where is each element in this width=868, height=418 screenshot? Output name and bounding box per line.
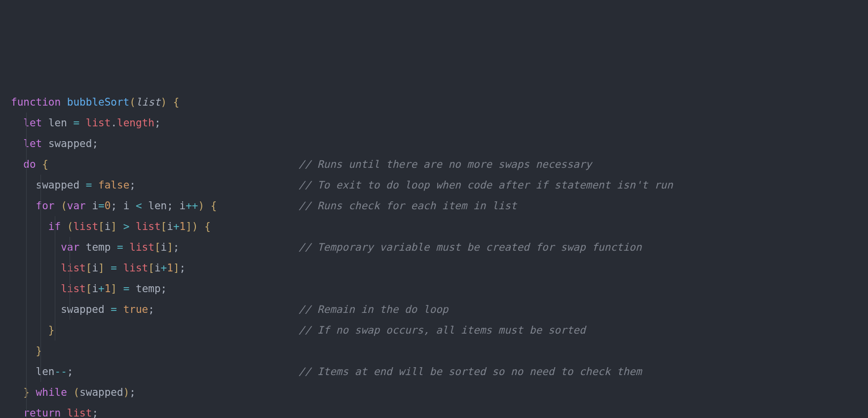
token: len [48,117,67,129]
code-line[interactable]: list[i+1] = temp; [11,278,868,299]
indent-guide [55,237,55,258]
token: list [61,262,86,274]
token [129,221,136,232]
token: ] [111,221,117,232]
indent-guide [26,175,27,195]
token: len [36,366,55,378]
token: length [117,117,154,129]
code-editor[interactable]: function bubbleSort(list) { let len = li… [11,92,868,418]
indent-guide [26,382,27,403]
code-comment: // Runs until there are no more swaps ne… [299,154,592,175]
token: true [123,304,149,315]
indent-guide [26,361,27,382]
token [55,200,61,212]
token: ) [198,200,205,212]
token [79,241,86,253]
code-line[interactable]: return list; [11,403,868,418]
code-comment: // If no swap occurs, all items must be … [299,320,586,341]
token: i [92,283,98,295]
token [142,200,149,212]
token [67,386,74,398]
token: i [167,221,173,232]
indent-guide [55,299,55,320]
code-line[interactable]: do {// Runs until there are no more swap… [11,154,868,175]
indent-guide [26,216,27,237]
token [129,200,136,212]
token: ) [192,221,198,232]
token: + [161,262,167,274]
token: ; [129,179,136,191]
token: > [123,221,130,232]
token [129,283,136,295]
code-line[interactable]: let len = list.length; [11,113,868,133]
code-line[interactable]: } [11,341,868,361]
token: swapped [48,138,92,150]
code-line[interactable]: for (var i=0; i < len; i++) {// Runs che… [11,195,868,216]
token: 0 [105,200,111,212]
indent-guide [40,361,41,382]
code-line[interactable]: if (list[i] > list[i+1]) { [11,216,868,237]
indent-guide [70,299,70,320]
token: ( [73,386,79,398]
indent-guide [70,278,70,299]
code-content: list[i] = list[i+1]; [11,262,186,274]
token: ; [167,200,179,212]
token: list [123,262,149,274]
code-comment: // Runs check for each item in list [299,195,517,216]
token: ) [123,386,130,398]
token: + [98,283,105,295]
token [86,200,92,212]
indent-guide [40,320,41,341]
token [117,262,123,274]
token [36,158,42,170]
indent-guide [26,195,27,216]
indent-guide [40,216,41,237]
code-content: var temp = list[i]; [11,241,180,253]
token: list [136,96,161,108]
token: i [154,262,161,274]
token [79,179,86,191]
code-content: return list; [11,407,98,418]
code-line[interactable]: } while (swapped); [11,382,868,403]
indent-guide [40,278,41,299]
token: i [161,241,167,253]
token: function [11,96,61,108]
code-line[interactable]: list[i] = list[i+1]; [11,258,868,278]
code-line[interactable]: swapped = false;// To exit to do loop wh… [11,175,868,195]
token [198,221,205,232]
code-line[interactable]: let swapped; [11,133,868,154]
code-comment: // To exit to do loop when code after if… [299,175,673,195]
token: false [98,179,129,191]
indent-guide [40,258,41,278]
indent-guide [26,113,27,133]
token: ] [111,283,117,295]
token: 1 [180,221,186,232]
token: ( [129,96,136,108]
token: ] [98,262,105,274]
token: bubbleSort [67,96,129,108]
token: ] [186,221,192,232]
code-line[interactable]: function bubbleSort(list) { [11,92,868,113]
token [42,138,48,150]
token: 1 [105,283,111,295]
indent-guide [26,154,27,175]
code-content: list[i+1] = temp; [11,283,167,295]
indent-guide [55,278,55,299]
token [61,407,67,418]
token [105,262,111,274]
token: + [173,221,180,232]
token [111,241,117,253]
code-content: len--; [11,366,73,378]
code-content: do { [11,158,48,170]
indent-guide [55,258,55,278]
code-content: } while (swapped); [11,386,136,398]
indent-guide [70,237,70,258]
code-line[interactable]: }// If no swap occurs, all items must be… [11,320,868,341]
token: = [111,262,117,274]
indent-guide [26,258,27,278]
code-line[interactable]: len--;// Items at end will be sorted so … [11,361,868,382]
code-line[interactable]: var temp = list[i];// Temporary variable… [11,237,868,258]
token [117,304,123,315]
token: swapped [61,304,105,315]
code-line[interactable]: swapped = true;// Remain in the do loop [11,299,868,320]
